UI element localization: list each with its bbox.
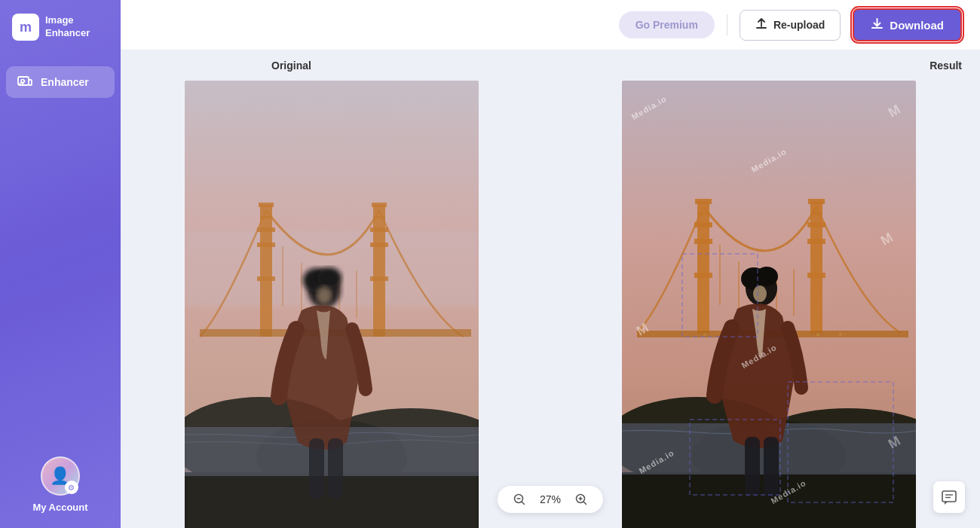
svg-rect-37	[694, 239, 712, 244]
svg-rect-68	[745, 437, 760, 497]
logo-area: m Image Enhancer	[0, 0, 121, 54]
result-label: Result	[929, 60, 962, 72]
enhancer-icon	[17, 74, 33, 90]
svg-rect-81	[942, 491, 956, 502]
svg-rect-33	[185, 81, 479, 528]
zoom-out-button[interactable]	[511, 491, 528, 508]
svg-point-67	[755, 267, 778, 286]
svg-rect-44	[807, 273, 825, 278]
account-badge: ⚙	[65, 481, 78, 494]
svg-rect-40	[695, 199, 712, 204]
reupload-label: Re-upload	[773, 19, 825, 31]
account-area[interactable]: 👤 ⚙ My Account	[32, 456, 87, 513]
sidebar-nav: Enhancer	[0, 60, 121, 104]
svg-line-76	[522, 502, 525, 505]
sidebar: m Image Enhancer Enhancer 👤 ⚙ My Account	[0, 0, 121, 528]
svg-rect-46	[808, 199, 825, 204]
download-button[interactable]: Download	[853, 8, 962, 41]
upload-icon	[755, 18, 767, 32]
original-panel-wrapper	[121, 50, 543, 528]
app-name: Image Enhancer	[45, 14, 109, 40]
zoom-value: 27%	[537, 493, 564, 505]
comment-button[interactable]	[933, 481, 965, 513]
zoom-bar: 27%	[498, 486, 603, 513]
panel-divider	[543, 50, 558, 528]
original-image-panel	[185, 81, 479, 528]
reupload-button[interactable]: Re-upload	[740, 10, 841, 41]
svg-line-80	[583, 502, 586, 505]
download-label: Download	[890, 19, 944, 32]
zoom-in-button[interactable]	[573, 491, 590, 508]
main-area: Go Premium Re-upload Download Origin	[121, 0, 980, 528]
sidebar-item-label: Enhancer	[41, 76, 89, 88]
svg-rect-38	[694, 273, 712, 278]
content-area: Original Result	[121, 50, 980, 528]
header: Go Premium Re-upload Download	[121, 0, 980, 50]
account-label: My Account	[32, 502, 87, 513]
header-divider	[727, 14, 727, 35]
svg-point-70	[753, 285, 767, 302]
logo-icon: m	[12, 14, 39, 41]
original-label: Original	[271, 60, 311, 72]
svg-rect-42	[807, 222, 825, 227]
premium-button[interactable]: Go Premium	[619, 11, 715, 38]
comparison-area: Media.io M Media.io M M Media.io M Media…	[121, 50, 980, 528]
svg-rect-43	[807, 239, 825, 244]
sidebar-item-enhancer[interactable]: Enhancer	[6, 66, 115, 98]
result-image-panel: Media.io M Media.io M M Media.io M Media…	[622, 81, 916, 528]
svg-rect-69	[764, 437, 779, 497]
result-panel-wrapper: Media.io M Media.io M M Media.io M Media…	[558, 50, 980, 528]
download-icon	[871, 17, 884, 32]
avatar: 👤 ⚙	[41, 456, 80, 496]
